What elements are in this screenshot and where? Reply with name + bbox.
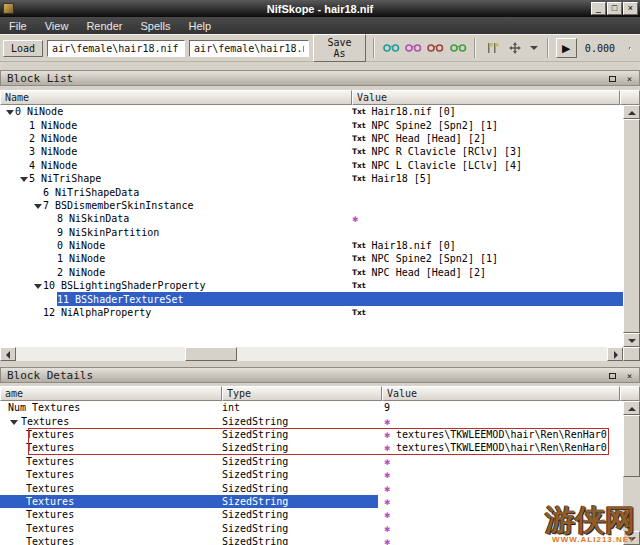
scroll-right-icon[interactable] [607,347,623,361]
menu-file[interactable]: File [0,17,36,34]
block-list-header[interactable]: Block List × [0,70,640,86]
menu-view[interactable]: View [36,17,78,34]
toolbar-separator [373,38,375,58]
load-button[interactable]: Load [3,40,43,57]
detail-type-cell: SizedString [222,455,288,468]
value-text: NPC Spine2 [Spn2] [1] [372,253,498,264]
tree-row[interactable]: 2 NiNodeTxtNPC Head [Head] [2] [0,132,623,145]
row-highlight: 1 NiNode [29,118,623,131]
scroll-down-icon[interactable] [623,531,640,545]
table-row[interactable]: TexturesSizedString✱ [0,468,623,481]
column-header-value[interactable]: Value [352,90,620,105]
close-button[interactable]: × [623,2,638,15]
collapse-arrow-icon[interactable] [32,200,43,211]
maximize-button[interactable]: □ [607,2,622,15]
tree-row[interactable]: 10 BSLightingShaderPropertyTxt [0,279,623,292]
txt-icon: Txt [352,241,366,250]
block-list-vertical-scrollbar[interactable] [623,105,640,347]
tree-row[interactable]: 2 NiNodeTxtNPC Head [Head] [2] [0,266,623,279]
collapse-arrow-icon[interactable] [18,173,29,184]
indent-spacer [0,212,46,225]
column-header-type[interactable]: Type [222,386,382,401]
tree-row[interactable]: 5 NiTriShapeTxtHair18 [5] [0,172,623,185]
move-axes-icon[interactable] [506,38,524,58]
tree-row[interactable]: 11 BSShaderTextureSet [0,292,623,305]
block-details-header[interactable]: Block Details × [0,367,640,383]
flower-icon: ✱ [384,483,390,494]
collapse-arrow-icon[interactable] [32,280,43,291]
table-row[interactable]: TexturesSizedString✱ [0,508,623,521]
detail-type-cell: SizedString [222,508,288,521]
tree-row[interactable]: 3 NiNodeTxtNPC R Clavicle [RClv] [3] [0,145,623,158]
menu-help[interactable]: Help [179,17,220,34]
flags-icon[interactable] [483,38,501,58]
detail-name-cell: Textures [26,441,74,454]
tree-row[interactable]: 6 NiTriShapeData [0,185,623,198]
txt-icon: Txt [352,121,366,130]
tree-row[interactable]: 1 NiNodeTxtNPC Spine2 [Spn2] [1] [0,252,623,265]
menu-render[interactable]: Render [77,17,131,34]
save-as-button[interactable]: Save As [313,34,366,62]
detail-name-text: Textures [26,442,74,453]
block-list-horizontal-scrollbar[interactable] [0,347,640,361]
table-row[interactable]: Num Texturesint9 [0,401,623,414]
column-header-value[interactable]: Value [382,386,620,401]
value-text: 9 [384,402,390,413]
detail-name-cell: Textures [26,468,74,481]
time-slider[interactable] [629,47,631,50]
block-details-vertical-scrollbar[interactable] [623,401,640,545]
table-row[interactable]: TexturesSizedString✱ [0,522,623,535]
block-label: 11 BSShaderTextureSet [57,294,183,305]
chevron-down-icon[interactable] [528,38,539,58]
detail-type-cell: SizedString [222,468,288,481]
tree-row[interactable]: 0 NiNodeTxtHair18.nif [0] [0,105,623,118]
scroll-thumb[interactable] [623,415,640,477]
collapse-arrow-icon[interactable] [4,106,15,117]
column-header-name[interactable]: ame [0,386,222,401]
scroll-left-icon[interactable] [0,347,16,361]
close-panel-icon[interactable]: × [623,370,636,381]
save-path-field[interactable] [189,40,309,57]
tree-row[interactable]: 9 NiSkinPartition [0,226,623,239]
load-path-field[interactable] [47,40,185,57]
detail-value-cell: 9 [384,401,390,414]
detail-name-cell: Textures [26,508,74,521]
table-row[interactable]: TexturesSizedString✱ [0,455,623,468]
scroll-up-icon[interactable] [623,401,640,415]
collapse-arrow-icon[interactable] [8,416,19,427]
glasses-green-icon[interactable] [449,38,467,58]
tree-row[interactable]: 4 NiNodeTxtNPC L Clavicle [LClv] [4] [0,159,623,172]
table-row[interactable]: TexturesSizedString✱ [0,414,623,427]
table-row[interactable]: TexturesSizedString✱ [0,481,623,494]
glasses-cyan-icon[interactable] [382,38,400,58]
table-row[interactable]: TexturesSizedString✱textures\TKWLEEMOD\h… [0,441,623,454]
detail-value-cell: ✱textures\TKWLEEMOD\hair\Ren\RenHar0 [384,441,607,454]
close-panel-icon[interactable]: × [623,73,636,84]
tree-row[interactable]: 0 NiNodeTxtHair18.nif [0] [0,239,623,252]
row-highlight: 12 NiAlphaProperty [43,306,623,319]
glasses-red-icon[interactable] [427,38,445,58]
scroll-thumb[interactable] [623,119,640,333]
minimize-button[interactable]: _ [591,2,606,15]
scroll-thumb[interactable] [185,347,237,361]
table-row[interactable]: TexturesSizedString✱ [0,495,623,508]
play-button[interactable]: ▶ [556,38,577,58]
block-details-title: Block Details [7,369,93,382]
table-row[interactable]: TexturesSizedString✱textures\TKWLEEMOD\h… [0,428,623,441]
flower-icon: ✱ [384,469,390,480]
column-header-name[interactable]: Name [0,90,352,105]
float-panel-icon[interactable] [606,370,619,381]
tree-row[interactable]: 7 BSDismemberSkinInstance [0,199,623,212]
float-panel-icon[interactable] [606,73,619,84]
scroll-up-icon[interactable] [623,105,640,119]
tree-row[interactable]: 1 NiNodeTxtNPC Spine2 [Spn2] [1] [0,118,623,131]
detail-name-text: Textures [21,416,69,427]
menu-spells[interactable]: Spells [131,17,179,34]
tree-row[interactable]: 12 NiAlphaPropertyTxt [0,306,623,319]
glasses-purple-icon[interactable] [404,38,422,58]
tree-row[interactable]: 8 NiSkinData✱ [0,212,623,225]
table-row[interactable]: TexturesSizedString✱ [0,535,623,545]
row-highlight: 5 NiTriShape [29,172,623,185]
scroll-down-icon[interactable] [623,333,640,347]
row-highlight: 9 NiSkinPartition [57,226,623,239]
